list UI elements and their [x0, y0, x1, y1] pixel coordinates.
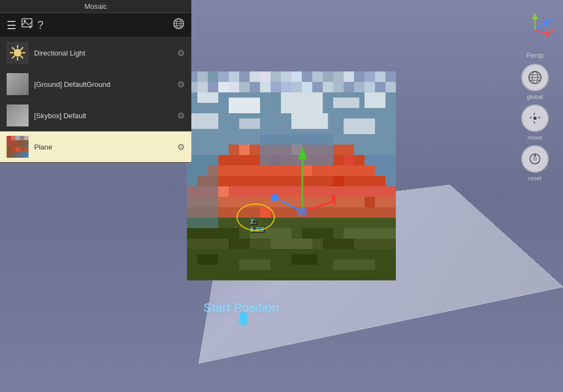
svg-rect-62 — [333, 176, 344, 186]
svg-rect-8 — [260, 71, 271, 82]
svg-rect-121 — [24, 136, 29, 140]
svg-rect-7 — [250, 71, 260, 82]
global-tool-group: global — [521, 64, 549, 100]
plane-settings[interactable]: ⚙ — [177, 142, 185, 152]
directional-light-thumbnail — [7, 42, 29, 64]
globe-icon[interactable] — [173, 18, 185, 32]
mosaic-svg — [187, 71, 396, 280]
svg-rect-9 — [271, 71, 281, 82]
svg-rect-26 — [239, 82, 250, 92]
svg-line-129 — [535, 30, 547, 34]
svg-rect-64 — [365, 197, 375, 207]
svg-rect-28 — [260, 82, 271, 92]
svg-rect-74 — [229, 239, 250, 249]
svg-rect-118 — [11, 136, 15, 140]
svg-rect-34 — [323, 82, 333, 92]
panel-header: ☰ ? — [0, 13, 191, 37]
svg-point-146 — [534, 155, 536, 156]
axis-y-label: Y — [533, 12, 537, 19]
ground-thumbnail — [7, 73, 29, 95]
svg-rect-124 — [15, 147, 20, 151]
svg-line-111 — [20, 47, 23, 50]
move-label: move — [528, 134, 543, 141]
svg-line-93 — [22, 22, 25, 25]
svg-rect-49 — [291, 113, 328, 129]
svg-rect-25 — [229, 82, 239, 92]
svg-rect-42 — [197, 92, 218, 103]
svg-rect-11 — [291, 71, 302, 82]
right-tools: Y Z X Persp global move — [516, 11, 554, 181]
svg-point-96 — [24, 20, 26, 22]
svg-rect-84 — [260, 134, 333, 165]
svg-rect-15 — [333, 71, 344, 82]
svg-rect-36 — [344, 82, 354, 92]
svg-rect-80 — [239, 260, 271, 270]
axis-svg — [518, 14, 551, 47]
svg-rect-30 — [281, 82, 291, 92]
svg-point-144 — [533, 157, 537, 161]
svg-rect-6 — [239, 71, 250, 82]
svg-rect-33 — [312, 82, 323, 92]
svg-rect-72 — [344, 228, 396, 239]
svg-rect-50 — [344, 119, 375, 135]
svg-rect-12 — [302, 71, 312, 82]
svg-rect-61 — [302, 165, 312, 176]
skybox-label: [Skybox] Default — [34, 112, 172, 120]
svg-rect-54 — [197, 176, 385, 186]
svg-line-94 — [25, 22, 29, 25]
svg-rect-22 — [197, 82, 208, 92]
svg-rect-70 — [250, 228, 291, 239]
add-image-icon[interactable] — [21, 18, 33, 32]
svg-rect-10 — [281, 71, 291, 82]
svg-rect-59 — [239, 145, 250, 155]
scene-item-plane[interactable]: Plane ⚙ — [0, 131, 191, 163]
svg-rect-31 — [291, 82, 302, 92]
svg-rect-69 — [187, 228, 239, 239]
scene-item-directional-light[interactable]: Directional Light ⚙ — [0, 37, 191, 69]
reset-button[interactable] — [521, 145, 549, 173]
svg-rect-27 — [250, 82, 260, 92]
svg-line-109 — [12, 47, 15, 50]
svg-rect-114 — [7, 73, 29, 95]
scene-item-ground[interactable]: [Ground] DefaultGround ⚙ — [0, 69, 191, 100]
svg-rect-77 — [365, 239, 396, 249]
svg-rect-39 — [375, 82, 385, 92]
skybox-thumbnail — [7, 104, 29, 126]
svg-rect-75 — [271, 239, 312, 249]
svg-rect-43 — [229, 98, 260, 114]
svg-rect-20 — [385, 71, 396, 82]
svg-rect-14 — [323, 71, 333, 82]
persp-label: Persp — [526, 52, 543, 59]
scene-item-skybox[interactable]: [Skybox] Default ⚙ — [0, 100, 191, 131]
svg-rect-24 — [218, 82, 229, 92]
reset-label: reset — [528, 175, 542, 181]
ground-settings[interactable]: ⚙ — [177, 79, 185, 90]
svg-rect-67 — [344, 155, 354, 165]
svg-rect-3 — [208, 71, 218, 82]
svg-rect-81 — [291, 255, 318, 265]
svg-rect-53 — [208, 165, 375, 176]
plane-thumbnail — [7, 136, 29, 158]
plane-label: Plane — [34, 143, 172, 151]
svg-point-142 — [533, 117, 537, 120]
svg-rect-2 — [197, 71, 208, 82]
svg-rect-125 — [20, 147, 24, 151]
svg-rect-23 — [208, 82, 218, 92]
axis-indicator: Y Z X — [516, 11, 554, 49]
mosaic-plane — [187, 71, 396, 280]
svg-rect-117 — [7, 136, 11, 140]
global-button[interactable] — [521, 64, 549, 91]
svg-line-127 — [535, 24, 545, 30]
global-label: global — [527, 93, 543, 100]
svg-rect-17 — [354, 71, 365, 82]
menu-icon[interactable]: ☰ — [7, 19, 16, 32]
directional-light-settings[interactable]: ⚙ — [177, 48, 185, 58]
skybox-settings[interactable]: ⚙ — [177, 111, 185, 121]
svg-rect-44 — [281, 92, 323, 113]
svg-rect-47 — [187, 113, 218, 129]
help-icon[interactable]: ? — [37, 19, 43, 31]
svg-rect-40 — [385, 82, 396, 92]
svg-line-95 — [29, 22, 32, 25]
move-button[interactable] — [521, 104, 549, 132]
axis-z-label: Z — [548, 18, 552, 24]
